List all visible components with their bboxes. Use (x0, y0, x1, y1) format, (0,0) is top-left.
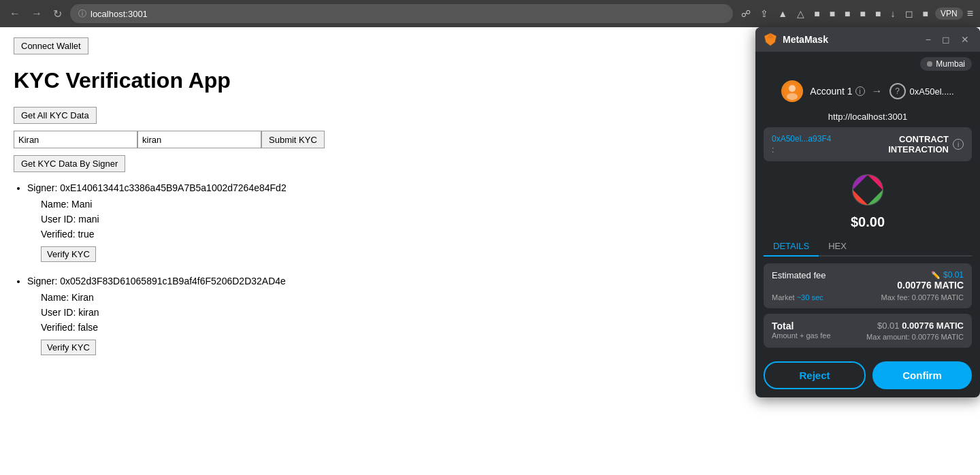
ext4-icon[interactable]: ■ (858, 7, 868, 20)
mm-fee-usd: ✏️ $0.01 (897, 270, 964, 280)
mm-minimize-button[interactable]: − (923, 33, 934, 46)
mm-confirm-button[interactable]: Confirm (872, 361, 972, 389)
profile-icon[interactable]: ■ (920, 7, 931, 20)
mm-contract-address: 0xA50el...a93F4 (772, 134, 831, 144)
ext3-icon[interactable]: ■ (842, 7, 853, 20)
mm-max-amount: Max amount: 0.00776 MATIC (866, 333, 964, 341)
download-icon[interactable]: ↓ (888, 7, 898, 20)
mm-total-section: Total Amount + gas fee $0.01 0.00776 MAT… (764, 314, 972, 348)
lock-icon: ⓘ (78, 8, 86, 20)
ext1-icon[interactable]: ■ (811, 7, 822, 20)
mm-header: Mumbai (755, 52, 980, 76)
address-bar[interactable]: ⓘ localhost:3001 (70, 4, 733, 23)
connect-wallet-button[interactable]: Connect Wallet (14, 37, 88, 54)
reload-button[interactable]: ↻ (50, 5, 65, 23)
mm-contract-label: CONTRACTINTERACTION (888, 134, 949, 154)
mm-fee-market-row: Market ~30 sec Max fee: 0.00776 MATIC (772, 293, 964, 301)
mm-close-button[interactable]: ✕ (958, 33, 972, 46)
mm-market-label: Market ~30 sec (772, 293, 823, 301)
split-icon[interactable]: ◻ (902, 7, 916, 20)
mm-origin: http://localhost:3001 (755, 109, 980, 127)
mm-fee-label: Estimated fee (772, 270, 826, 280)
mm-network-badge[interactable]: Mumbai (920, 57, 972, 71)
mm-tab-details[interactable]: DETAILS (764, 237, 819, 257)
mm-contract-left: 0xA50el...a93F4 : (772, 134, 831, 154)
mm-contract-info-icon[interactable]: i (953, 139, 964, 150)
mm-contract-colon: : (772, 145, 831, 154)
mm-pencil-icon: ✏️ (931, 271, 941, 280)
submit-kyc-button[interactable]: Submit KYC (261, 131, 325, 148)
mm-large-avatar-icon (851, 174, 884, 206)
back-button[interactable]: ← (7, 5, 23, 22)
main-area: Connect Wallet KYC Verification App Get … (0, 27, 980, 475)
svg-point-5 (789, 85, 796, 92)
mm-avatar-large (755, 168, 980, 212)
url-text: localhost:3001 (91, 9, 148, 19)
mm-total-usd: $0.01 (877, 321, 900, 331)
mm-account-name: Account 1 (810, 86, 852, 97)
mm-fee-row: Estimated fee ✏️ $0.01 0.00776 MATIC (772, 270, 964, 291)
vpn-badge[interactable]: VPN (935, 7, 963, 20)
mm-fee-matic: 0.00776 MATIC (897, 280, 964, 291)
rewards-icon[interactable]: △ (794, 7, 807, 20)
mm-action-buttons: Reject Confirm (755, 355, 980, 397)
screen-icon[interactable]: ☍ (738, 7, 753, 20)
verify-kyc-button-1[interactable]: Verify KYC (41, 246, 96, 262)
brave-icon[interactable]: ▲ (775, 7, 790, 20)
verify-kyc-button-2[interactable]: Verify KYC (41, 340, 96, 355)
mm-address-text: 0xA50el..... (910, 86, 954, 97)
mm-network-dot (927, 61, 932, 67)
mm-arrow-icon: → (872, 85, 883, 97)
mm-account-info-icon[interactable]: i (855, 86, 865, 96)
mm-fee-section: Estimated fee ✏️ $0.01 0.00776 MATIC Mar… (764, 263, 972, 308)
mm-tab-hex[interactable]: HEX (819, 237, 856, 257)
browser-actions: ☍ ⇪ ▲ △ ■ ■ ■ ■ ■ ↓ ◻ ■ VPN ≡ (738, 7, 973, 20)
mm-gas-fee-label: Amount + gas fee (772, 331, 831, 340)
forward-button[interactable]: → (29, 5, 45, 22)
metamask-logo-icon (764, 33, 777, 46)
mm-fee-right: ✏️ $0.01 0.00776 MATIC (897, 270, 964, 291)
mm-maximize-button[interactable]: ◻ (939, 33, 953, 46)
get-kyc-signer-button[interactable]: Get KYC Data By Signer (14, 155, 125, 172)
mm-reject-button[interactable]: Reject (764, 361, 866, 389)
mm-window-controls: − ◻ ✕ (923, 33, 972, 46)
mm-network-name: Mumbai (936, 59, 965, 69)
share-icon[interactable]: ⇪ (757, 7, 771, 20)
mm-total-right: $0.01 0.00776 MATIC Max amount: 0.00776 … (866, 321, 964, 341)
mm-contract-box: 0xA50el...a93F4 : CONTRACTINTERACTION i (764, 127, 972, 161)
mm-tabs: DETAILS HEX (764, 237, 972, 257)
svg-point-6 (787, 93, 798, 100)
userid-input[interactable] (137, 131, 261, 148)
mm-title-left: MetaMask (764, 33, 828, 46)
metamask-popup: MetaMask − ◻ ✕ Mumbai (755, 27, 980, 397)
mm-title-text: MetaMask (783, 34, 828, 45)
mm-total-label: Total (772, 321, 831, 331)
mm-titlebar: MetaMask − ◻ ✕ (755, 27, 980, 52)
mm-total-row: Total Amount + gas fee $0.01 0.00776 MAT… (772, 321, 964, 341)
ext5-icon[interactable]: ■ (872, 7, 883, 20)
mm-maxfee-label: Max fee: 0.00776 MATIC (881, 293, 964, 301)
mm-total-matic: 0.00776 MATIC (902, 321, 964, 331)
mm-amount: $0.00 (755, 212, 980, 237)
mm-total-amounts: $0.01 0.00776 MATIC (866, 321, 964, 331)
get-all-kyc-button[interactable]: Get All KYC Data (14, 107, 97, 124)
mm-market-sec: ~30 sec (797, 293, 823, 301)
mm-account-avatar (781, 80, 803, 102)
mm-fee-usd-value: $0.01 (943, 270, 964, 280)
mm-account-info: Account 1 i (810, 86, 864, 97)
account-avatar-icon (783, 82, 802, 101)
mm-account-row: Account 1 i → ? 0xA50el..... (755, 76, 980, 109)
mm-total-left: Total Amount + gas fee (772, 321, 831, 340)
mm-unknown-account-icon: ? (889, 83, 906, 99)
browser-chrome: ← → ↻ ⓘ localhost:3001 ☍ ⇪ ▲ △ ■ ■ ■ ■ ■… (0, 0, 980, 27)
menu-button[interactable]: ≡ (967, 7, 973, 20)
mm-contract-right: CONTRACTINTERACTION i (888, 134, 964, 154)
name-input[interactable] (14, 131, 137, 148)
ext2-icon[interactable]: ■ (827, 7, 838, 20)
mm-address-right: ? 0xA50el..... (889, 83, 954, 99)
